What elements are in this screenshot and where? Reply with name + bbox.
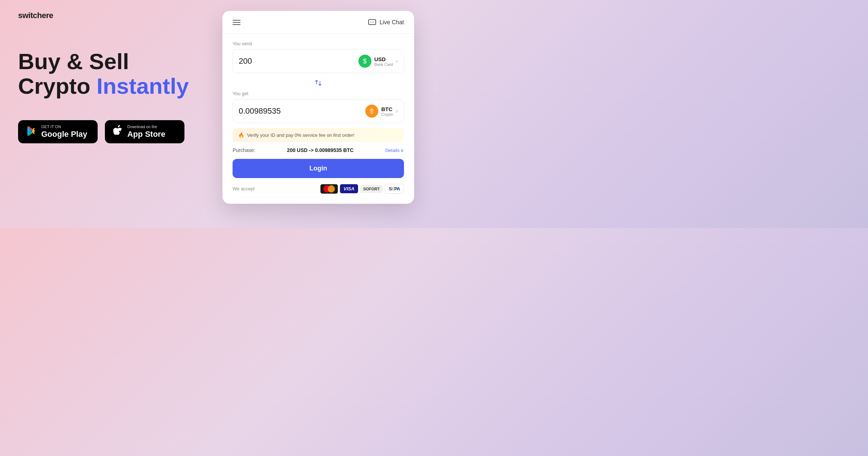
google-play-icon <box>26 126 37 138</box>
you-get-label: You get <box>233 91 404 96</box>
sepa-label: S€PA <box>389 186 400 191</box>
send-chevron-icon: › <box>396 58 398 64</box>
payment-row: We accept VISA SOFORT <box>233 184 404 197</box>
logo: switchere <box>18 11 228 20</box>
details-chevron-icon: ∨ <box>400 148 404 153</box>
swap-button[interactable] <box>233 77 404 91</box>
sofort-label: SOFORT <box>363 187 380 191</box>
you-send-label: You send <box>233 41 404 46</box>
hero-line2-highlight: Instantly <box>97 73 189 98</box>
promo-banner: 🔥 Verify your ID and pay 0% service fee … <box>233 128 404 142</box>
live-chat-button[interactable]: Live Chat <box>368 18 404 27</box>
details-label: Details <box>385 148 400 153</box>
sofort-badge: SOFORT <box>360 185 383 193</box>
visa-badge: VISA <box>340 184 358 193</box>
chat-icon <box>368 18 376 27</box>
get-amount: 0.00989535 <box>239 106 281 116</box>
svg-point-3 <box>373 22 374 22</box>
svg-point-1 <box>370 22 371 22</box>
hero-line2-normal: Crypto <box>18 73 97 98</box>
left-panel: switchere Buy & Sell Crypto Instantly <box>18 0 228 228</box>
mastercard-badge <box>320 184 338 194</box>
get-currency-name: BTC <box>381 106 393 112</box>
svg-point-2 <box>372 22 373 22</box>
details-link[interactable]: Details ∨ <box>385 148 404 153</box>
purchase-row: Purchase: 200 USD -> 0.00989535 BTC Deta… <box>233 147 404 153</box>
apple-icon <box>113 125 123 139</box>
google-play-text: GET IT ON Google Play <box>41 124 87 139</box>
google-play-button[interactable]: GET IT ON Google Play <box>18 120 98 143</box>
visa-label: VISA <box>344 186 354 191</box>
send-currency-name: USD <box>374 56 393 62</box>
app-buttons-container: GET IT ON Google Play Download on the Ap… <box>18 120 228 143</box>
card-body: You send 200 $ USD Bank Card › You get 0… <box>222 34 414 204</box>
send-currency-selector[interactable]: $ USD Bank Card › <box>358 55 398 68</box>
app-store-button[interactable]: Download on the App Store <box>105 120 184 143</box>
hero-line1: Buy & Sell <box>18 49 129 74</box>
we-accept-label: We accept <box>233 186 255 191</box>
purchase-label: Purchase: <box>233 147 255 153</box>
exchange-card: Live Chat You send 200 $ USD Bank Card › <box>222 11 414 204</box>
mastercard-icon <box>323 185 335 193</box>
get-currency-selector[interactable]: ₿ BTC Crypto › <box>365 105 398 118</box>
card-header: Live Chat <box>222 11 414 34</box>
hamburger-line-1 <box>233 20 241 21</box>
send-currency-info: USD Bank Card <box>374 56 393 67</box>
promo-text: Verify your ID and pay 0% service fee on… <box>247 132 354 138</box>
payment-icons: VISA SOFORT S€PA <box>320 184 404 194</box>
hamburger-line-2 <box>233 22 241 23</box>
google-play-top-text: GET IT ON <box>41 124 87 129</box>
sepa-badge: S€PA <box>385 184 404 194</box>
hamburger-line-3 <box>233 24 241 25</box>
get-currency-type: Crypto <box>381 112 393 117</box>
login-button[interactable]: Login <box>233 159 404 178</box>
live-chat-label: Live Chat <box>379 19 404 26</box>
get-currency-info: BTC Crypto <box>381 106 393 117</box>
hamburger-menu-button[interactable] <box>233 20 241 25</box>
hero-headline: Buy & Sell Crypto Instantly <box>18 49 228 98</box>
send-amount: 200 <box>239 56 252 66</box>
send-field[interactable]: 200 $ USD Bank Card › <box>233 49 404 73</box>
btc-icon: ₿ <box>365 105 378 118</box>
promo-emoji: 🔥 <box>238 132 244 138</box>
google-play-main-text: Google Play <box>41 130 87 139</box>
send-currency-type: Bank Card <box>374 62 393 67</box>
app-store-main-text: App Store <box>127 130 165 139</box>
purchase-value: 200 USD -> 0.00989535 BTC <box>287 147 354 153</box>
app-store-text: Download on the App Store <box>127 124 165 139</box>
usd-icon: $ <box>358 55 371 68</box>
get-field[interactable]: 0.00989535 ₿ BTC Crypto › <box>233 99 404 123</box>
get-chevron-icon: › <box>396 108 398 114</box>
app-store-top-text: Download on the <box>127 124 165 129</box>
swap-icon <box>314 79 322 87</box>
